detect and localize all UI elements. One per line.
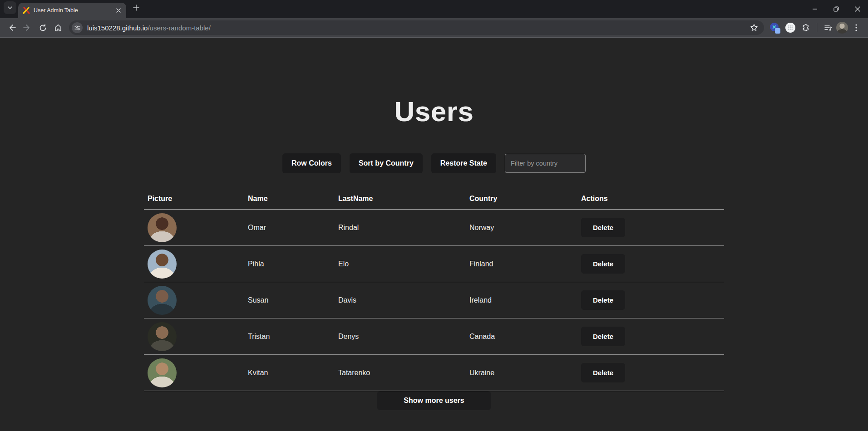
- browser-tab-active[interactable]: User Admin Table: [18, 3, 126, 18]
- address-bar[interactable]: luis150228.github.io/users-random-table/: [69, 20, 764, 35]
- close-button[interactable]: [847, 0, 868, 18]
- table-row: Omar Rindal Norway Delete: [144, 210, 724, 246]
- extensions-puzzle-icon[interactable]: [799, 20, 813, 35]
- header-name: Name: [244, 195, 335, 210]
- blue-extension-icon: ✕: [770, 23, 780, 33]
- minimize-button[interactable]: [804, 0, 825, 18]
- users-table: Picture Name LastName Country Actions Om…: [144, 195, 724, 391]
- cell-country: Ireland: [466, 282, 577, 318]
- delete-button[interactable]: Delete: [581, 290, 625, 310]
- grid-extension-icon: [785, 23, 795, 33]
- header-picture: Picture: [144, 195, 244, 210]
- table-row: Tristan Denys Canada Delete: [144, 318, 724, 355]
- tab-title: User Admin Table: [34, 7, 111, 14]
- back-button[interactable]: [5, 20, 19, 35]
- cell-lastname: Tatarenko: [335, 355, 466, 391]
- home-button[interactable]: [51, 20, 65, 35]
- controls-bar: Row Colors Sort by Country Restore State: [0, 153, 868, 173]
- cell-country: Norway: [466, 210, 577, 246]
- delete-button[interactable]: Delete: [581, 327, 625, 346]
- cell-lastname: Davis: [335, 282, 466, 318]
- row-colors-button[interactable]: Row Colors: [282, 153, 341, 173]
- url-domain: luis150228.github.io: [87, 24, 148, 32]
- chevron-down-icon: [7, 5, 13, 10]
- table-row: Susan Davis Ireland Delete: [144, 282, 724, 318]
- page-content: Users Row Colors Sort by Country Restore…: [0, 38, 868, 431]
- delete-button[interactable]: Delete: [581, 363, 625, 382]
- cell-name: Omar: [244, 210, 335, 246]
- new-tab-button[interactable]: [130, 1, 143, 14]
- sort-by-country-button[interactable]: Sort by Country: [350, 153, 423, 173]
- show-more-users-button[interactable]: Show more users: [377, 391, 491, 410]
- delete-button[interactable]: Delete: [581, 254, 625, 274]
- kebab-menu-icon[interactable]: [849, 20, 863, 35]
- window-controls: [804, 0, 868, 18]
- browser-toolbar: luis150228.github.io/users-random-table/…: [0, 18, 868, 38]
- tab-strip: User Admin Table: [0, 0, 868, 18]
- header-actions: Actions: [577, 195, 724, 210]
- profile-avatar[interactable]: [836, 22, 848, 34]
- url-path: /users-random-table/: [148, 24, 210, 32]
- header-country: Country: [466, 195, 577, 210]
- forward-button[interactable]: [20, 20, 35, 35]
- users-table-container: Picture Name LastName Country Actions Om…: [144, 195, 724, 410]
- user-avatar: [148, 213, 177, 242]
- cell-name: Susan: [244, 282, 335, 318]
- cell-country: Ukraine: [466, 355, 577, 391]
- extension-pinned-blue-icon[interactable]: ✕: [768, 20, 782, 35]
- toolbar-divider: [817, 23, 817, 32]
- cell-lastname: Elo: [335, 246, 466, 282]
- cell-lastname: Denys: [335, 318, 466, 355]
- user-avatar: [148, 250, 177, 279]
- user-avatar: [148, 286, 177, 315]
- page-title: Users: [0, 97, 868, 126]
- restore-state-button[interactable]: Restore State: [431, 153, 496, 173]
- delete-button[interactable]: Delete: [581, 218, 625, 237]
- cell-name: Tristan: [244, 318, 335, 355]
- table-header-row: Picture Name LastName Country Actions: [144, 195, 724, 210]
- media-controls-icon[interactable]: [821, 20, 835, 35]
- site-settings-icon[interactable]: [72, 22, 83, 33]
- site-favicon-icon: [23, 7, 30, 14]
- cell-country: Finland: [466, 246, 577, 282]
- cell-name: Kvitan: [244, 355, 335, 391]
- filter-by-country-input[interactable]: [505, 154, 586, 173]
- restore-button[interactable]: [825, 0, 847, 18]
- bookmark-star-icon[interactable]: [747, 20, 761, 35]
- header-lastname: LastName: [335, 195, 466, 210]
- tab-search-button[interactable]: [4, 1, 16, 14]
- user-avatar: [148, 358, 177, 387]
- table-row: Pihla Elo Finland Delete: [144, 246, 724, 282]
- user-avatar: [148, 322, 177, 351]
- cell-name: Pihla: [244, 246, 335, 282]
- extension-pinned-white-icon[interactable]: [783, 20, 798, 35]
- cell-lastname: Rindal: [335, 210, 466, 246]
- cell-country: Canada: [466, 318, 577, 355]
- table-row: Kvitan Tatarenko Ukraine Delete: [144, 355, 724, 391]
- reload-button[interactable]: [35, 20, 50, 35]
- url-text: luis150228.github.io/users-random-table/: [87, 24, 211, 32]
- tab-close-icon[interactable]: [114, 6, 123, 15]
